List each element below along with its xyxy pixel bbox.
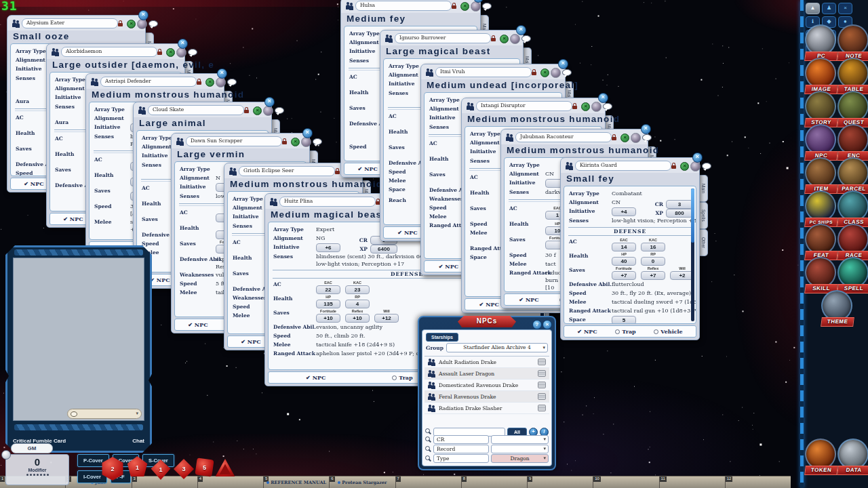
record-type-npc[interactable]: ✔NPC — [150, 277, 170, 283]
npc-list-item[interactable]: Radiation Drake Slasher — [425, 403, 549, 414]
token-delete-icon[interactable]: × — [127, 20, 136, 28]
sheet-tab-main[interactable]: Main — [698, 175, 708, 202]
record-type-npc[interactable]: ✔NPC — [397, 229, 417, 236]
npc-list-item[interactable]: Domesticated Ravenous Drake — [425, 380, 549, 391]
npc-name-field[interactable]: Ignurso Burrower — [395, 33, 491, 43]
record-type-npc[interactable]: ✔NPC — [241, 338, 260, 345]
chat-log[interactable] — [13, 258, 144, 421]
lock-icon[interactable] — [491, 38, 496, 41]
npc-name-field[interactable]: Kiirinta Guard — [575, 161, 671, 171]
lock-icon[interactable] — [452, 5, 456, 9]
token-portrait[interactable] — [216, 77, 226, 87]
record-type-npc[interactable]: ✔NPC — [306, 374, 326, 381]
speech-bubble-icon[interactable] — [603, 103, 612, 110]
stat-box[interactable]: +7 — [612, 271, 636, 280]
sidebar-button-skill[interactable]: SKILL — [805, 257, 835, 293]
token-delete-icon[interactable]: × — [680, 162, 689, 171]
sidebar-button-enc[interactable]: ENC — [837, 124, 867, 161]
npc-name-field[interactable]: Astriapi Defender — [100, 77, 197, 87]
stat-box[interactable]: +12 — [374, 314, 399, 323]
group-dropdown[interactable]: Starfinder Alien Archive 4 — [446, 343, 548, 352]
close-icon[interactable]: × — [138, 10, 149, 20]
stat-box[interactable]: 22 — [316, 285, 340, 294]
speech-bubble-icon[interactable] — [521, 35, 531, 42]
record-type-vehicle[interactable]: Vehicle — [654, 328, 682, 335]
hotkey-slot-9[interactable]: 9 — [527, 476, 593, 488]
hotkey-slot-6[interactable]: 6Protean Stargazer — [329, 476, 395, 488]
close-icon[interactable]: × — [302, 128, 313, 138]
modifier-box[interactable]: 0 Modifier — [5, 454, 69, 485]
stat-box[interactable]: 14 — [612, 243, 636, 251]
stat-box[interactable]: +10 — [345, 314, 370, 323]
token-delete-icon[interactable]: × — [291, 138, 300, 146]
sidebar-button-story[interactable]: STORY — [805, 91, 835, 127]
token-delete-icon[interactable]: × — [460, 2, 469, 11]
stat-box[interactable]: +7 — [641, 271, 665, 280]
speech-bubble-icon[interactable] — [227, 79, 237, 85]
d12-die[interactable]: 1 — [125, 456, 149, 479]
lock-icon[interactable] — [157, 52, 162, 55]
lock-icon[interactable] — [532, 72, 536, 75]
stat-box[interactable]: 135 — [316, 300, 340, 308]
token-portrait[interactable] — [301, 137, 311, 147]
filter-label-box[interactable]: Type — [433, 454, 489, 463]
token-portrait[interactable] — [631, 133, 641, 143]
filter-value-dropdown[interactable] — [491, 435, 549, 444]
speech-bubble-icon[interactable] — [149, 20, 158, 27]
close-icon[interactable]: × — [641, 124, 651, 134]
filter-value-dropdown[interactable] — [491, 445, 549, 453]
d20-die[interactable]: 2 — [100, 457, 125, 481]
record-link-icon[interactable] — [538, 382, 546, 388]
sidebar-button-data[interactable]: DATA — [837, 439, 867, 475]
character-tool[interactable]: ♟ — [822, 3, 836, 14]
lock-icon[interactable] — [572, 106, 577, 109]
npc-name-field[interactable]: Abysium Eater — [22, 18, 118, 28]
stat-box[interactable]: 40 — [612, 257, 636, 266]
sidebar-button-feat[interactable]: FEAT — [805, 224, 835, 260]
npc-name-field[interactable]: Grioth Eclipse Seer — [239, 166, 335, 176]
npc-name-field[interactable]: Itmi Vruh — [435, 67, 532, 77]
token-portrait[interactable] — [591, 102, 601, 112]
sidebar-button-token[interactable]: TOKEN — [805, 439, 835, 475]
close-icon[interactable]: × — [516, 25, 526, 35]
record-type-npc[interactable]: ✔NPC — [24, 180, 43, 187]
npc-name-field[interactable]: Hulsa — [355, 1, 452, 11]
sidebar-button-class[interactable]: CLASS — [837, 190, 867, 227]
npc-name-field[interactable]: Ixtangi Disruptor — [476, 101, 572, 111]
sidebar-button-table[interactable]: TABLE — [837, 58, 867, 94]
stat-box[interactable]: 23 — [345, 285, 370, 294]
combat-tool[interactable]: × — [838, 3, 852, 14]
speech-bubble-icon[interactable] — [482, 3, 492, 9]
close-icon[interactable]: × — [692, 152, 703, 163]
record-type-npc[interactable]: ✔NPC — [357, 165, 377, 172]
speech-bubble-icon[interactable] — [702, 163, 711, 169]
hotkey-slot-8[interactable]: 8 — [461, 476, 527, 488]
token-delete-icon[interactable]: × — [500, 35, 509, 43]
close-icon[interactable]: × — [542, 320, 552, 329]
npc-name-field[interactable]: Dawn Sun Scrapper — [186, 136, 282, 146]
sidebar-button-image[interactable]: IMAGE — [805, 58, 835, 94]
token-delete-icon[interactable]: × — [205, 78, 214, 87]
token-delete-icon[interactable]: × — [166, 48, 175, 57]
record-type-npc[interactable]: ✔NPC — [439, 263, 458, 270]
hotkey-slot-4[interactable]: 4 — [197, 476, 263, 488]
lock-icon[interactable] — [244, 110, 249, 113]
sidebar-button-quest[interactable]: QUEST — [837, 91, 867, 127]
token-portrait[interactable] — [690, 161, 701, 171]
close-icon[interactable]: × — [264, 97, 275, 107]
hotkey-slot-12[interactable]: 12 — [725, 476, 791, 488]
token-delete-icon[interactable]: × — [581, 102, 590, 111]
hotkey-slot-7[interactable]: 7 — [395, 476, 461, 488]
token-delete-icon[interactable]: × — [620, 134, 629, 142]
sidebar-button-spell[interactable]: SPELL — [837, 257, 867, 293]
npc-name-field[interactable]: Cloud Skate — [148, 105, 244, 115]
speech-bubble-icon[interactable] — [188, 49, 197, 56]
stat-box[interactable]: 4 — [345, 300, 370, 308]
close-icon[interactable]: × — [558, 59, 568, 69]
token-portrait[interactable] — [551, 68, 561, 78]
d8-die[interactable]: 3 — [174, 459, 194, 479]
filter-label-box[interactable]: Record — [433, 445, 489, 453]
hotkey-slot-11[interactable]: 11 — [659, 476, 725, 488]
token-portrait[interactable] — [471, 1, 481, 12]
sidebar-button-item[interactable]: ITEM — [805, 157, 835, 194]
